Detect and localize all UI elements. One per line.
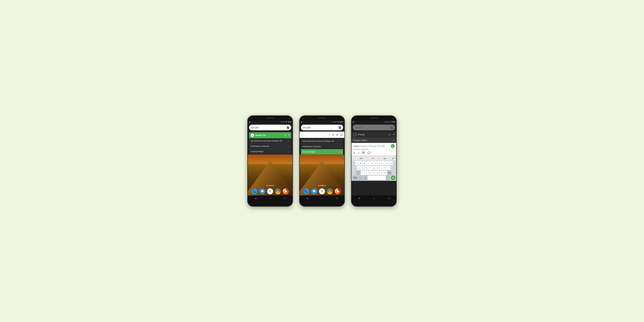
widget-item-star-1-1[interactable]: ☆ — [288, 140, 290, 142]
key-k[interactable]: k — [384, 166, 387, 170]
key-send[interactable]: ▶ — [391, 176, 396, 180]
app-grid-2[interactable]: ⠿ — [319, 188, 325, 194]
key-m[interactable]: m — [384, 170, 387, 175]
suggest-late-3[interactable]: late — [355, 156, 367, 160]
key-backspace[interactable]: ⌫ — [387, 170, 392, 175]
widget-item-1-1[interactable]: App Shortcuts and Quick Settings Tile ☆ — [249, 138, 291, 144]
phone-2: ▣ ⊖ ▲ ▾ ⚡ 13:54 Google 🎤 ← ✓ — [299, 116, 345, 206]
key-p[interactable]: p0 — [389, 161, 392, 165]
nav-recents-2[interactable]: □ — [336, 197, 338, 200]
key-v[interactable]: v — [372, 170, 376, 175]
front-camera-3 — [355, 118, 356, 119]
prepare-outline-row-3[interactable]: Prepare outline ★ — [352, 138, 396, 143]
toolbar-back-2[interactable]: ← — [301, 134, 304, 136]
widget-item-star-1-2[interactable]: ☆ — [288, 145, 290, 148]
key-period[interactable]: . — [386, 176, 390, 180]
key-comma[interactable]: , — [359, 176, 363, 180]
key-s[interactable]: s — [361, 166, 364, 170]
google-mic-icon-2[interactable]: 🎤 — [339, 126, 341, 129]
key-h[interactable]: h — [376, 166, 380, 170]
priority-refresh-3[interactable]: ↻ — [389, 134, 390, 136]
nozbe-icon-1: ✓ — [250, 134, 254, 137]
status-time-1: 13:54 — [288, 121, 291, 123]
task-send-btn-3[interactable]: ▶ — [391, 144, 395, 148]
widget-item-star-2-2[interactable]: ☆ — [340, 145, 342, 148]
key-emoji[interactable]: ☺ — [363, 176, 367, 180]
key-x[interactable]: x — [364, 170, 368, 175]
key-num-switch[interactable]: ?123 — [352, 176, 358, 180]
priority-add-3[interactable]: + — [393, 133, 395, 136]
task-hash-icon-3[interactable]: # — [358, 152, 359, 154]
widget-item-1-3[interactable]: Android Widget ☆ — [249, 149, 291, 154]
key-n[interactable]: n — [380, 170, 383, 175]
priority-header-3: ✓ Priority ↻ + — [352, 132, 396, 138]
google-search-bar-1[interactable]: Google 🎤 — [249, 125, 291, 130]
widget-item-1-2[interactable]: Notifications channels ☆ — [249, 144, 291, 149]
key-y[interactable]: y6 — [374, 161, 378, 165]
app-chrome-2[interactable] — [327, 188, 333, 194]
key-l[interactable]: l — [387, 166, 391, 170]
prepare-star-3[interactable]: ★ — [392, 139, 395, 142]
phone-1: ▣ ⊖ ▲ ▾ ⚡ 13:54 Google 🎤 — [247, 116, 293, 206]
key-z[interactable]: z — [361, 170, 364, 175]
nav-back-1[interactable]: ◁ — [254, 197, 256, 200]
google-mic-icon-1[interactable]: 🎤 — [287, 126, 289, 129]
task-star-icon-3[interactable]: ★ — [353, 152, 355, 154]
key-w[interactable]: w2 — [359, 161, 362, 165]
sensor-dots — [288, 118, 289, 118]
nav-home-3[interactable]: ○ — [374, 197, 375, 200]
app-camera-1[interactable] — [283, 188, 289, 194]
task-chat-icon-3[interactable]: 💬 — [368, 152, 370, 154]
widget-item-text-1-3: Android Widget — [250, 150, 288, 153]
nav-recents-1[interactable]: □ — [284, 197, 286, 200]
nav-home-1[interactable]: ○ — [270, 197, 271, 200]
key-u[interactable]: u7 — [378, 161, 381, 165]
widget-item-2-3[interactable]: Android Widget ☆ — [301, 149, 343, 154]
app-phone-1[interactable]: 📞 — [252, 188, 258, 194]
task-calendar-icon-3[interactable]: 📅 — [362, 152, 365, 154]
key-b[interactable]: b — [376, 170, 380, 175]
widget-add-btn-1[interactable]: + — [288, 134, 290, 137]
key-q[interactable]: q1 — [355, 161, 359, 165]
app-messages-2[interactable]: 💬 — [311, 188, 317, 194]
suggest-to-3[interactable]: to — [367, 156, 379, 160]
app-camera-2[interactable] — [335, 188, 341, 194]
widget-item-star-2-1[interactable]: ☆ — [340, 140, 342, 142]
toolbar-chat-2[interactable]: 💬 — [340, 134, 343, 136]
toolbar-list-2[interactable]: ☰ — [332, 134, 334, 136]
app-chrome-1[interactable] — [275, 188, 281, 194]
nav-home-2[interactable]: ○ — [322, 197, 323, 200]
key-t[interactable]: t5 — [370, 161, 374, 165]
key-shift[interactable]: ⇧ — [356, 170, 360, 175]
key-c[interactable]: c — [368, 170, 372, 175]
nav-back-2[interactable]: ◁ — [306, 197, 308, 200]
key-i[interactable]: i8 — [382, 161, 385, 165]
key-d[interactable]: d — [364, 166, 368, 170]
key-r[interactable]: r4 — [366, 161, 370, 165]
key-j[interactable]: j — [380, 166, 383, 170]
key-f[interactable]: f — [368, 166, 372, 170]
nav-back-3[interactable]: ▽ — [358, 197, 360, 200]
toolbar-star-2[interactable]: ★ — [336, 134, 338, 136]
widget-item-2-2[interactable]: Notifications channels ☆ — [301, 144, 343, 149]
suggest-ago-3[interactable]: ago — [379, 156, 391, 160]
app-messages-1[interactable]: 💬 — [259, 188, 265, 194]
app-grid-1[interactable]: ⠿ — [267, 188, 273, 194]
google-search-bar-2[interactable]: Google 🎤 — [301, 125, 343, 130]
suggest-mic-3[interactable]: 🎤 — [391, 157, 396, 160]
key-o[interactable]: o9 — [385, 161, 389, 165]
widget-item-2-1[interactable]: App Shortcuts and Quick Settings Tile ☆ — [301, 138, 343, 144]
suggest-arrow-3[interactable]: › — [352, 158, 355, 159]
key-e[interactable]: e3 — [363, 161, 366, 165]
key-g[interactable]: g — [372, 166, 376, 170]
widget-item-star-1-3[interactable]: ☆ — [288, 150, 290, 153]
widget-item-star-2-3[interactable]: ☆ — [340, 150, 342, 153]
nav-recents-3[interactable]: □ — [388, 197, 390, 200]
toolbar-check-2[interactable]: ✓ — [328, 134, 330, 136]
google-mic-icon-3: 🎤 — [390, 126, 393, 129]
key-space[interactable] — [368, 176, 386, 180]
key-a[interactable]: a — [357, 166, 360, 170]
widget-refresh-btn-1[interactable]: ↻ — [284, 134, 286, 136]
chrome-inner-1 — [277, 190, 279, 192]
app-phone-2[interactable]: 📞 — [303, 188, 309, 194]
